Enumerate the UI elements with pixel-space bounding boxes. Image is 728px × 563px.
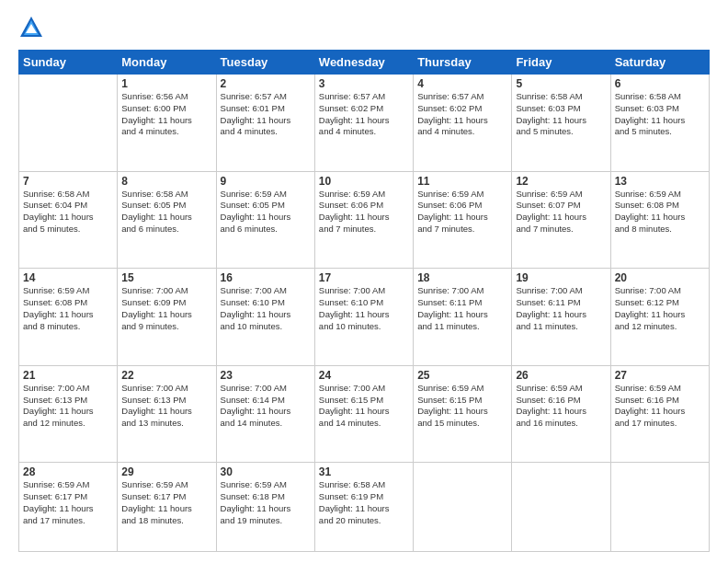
day-info: Sunrise: 6:58 AM Sunset: 6:05 PM Dayligh… <box>121 189 211 236</box>
day-number: 10 <box>319 175 409 188</box>
day-info: Sunrise: 6:59 AM Sunset: 6:17 PM Dayligh… <box>121 479 211 526</box>
day-number: 29 <box>121 465 211 478</box>
calendar-cell: 18Sunrise: 7:00 AM Sunset: 6:11 PM Dayli… <box>414 269 512 366</box>
day-info: Sunrise: 7:00 AM Sunset: 6:11 PM Dayligh… <box>417 285 507 332</box>
day-info: Sunrise: 6:59 AM Sunset: 6:06 PM Dayligh… <box>319 189 409 236</box>
calendar-cell: 2Sunrise: 6:57 AM Sunset: 6:01 PM Daylig… <box>216 75 314 172</box>
day-info: Sunrise: 6:57 AM Sunset: 6:02 PM Dayligh… <box>319 91 409 138</box>
day-number: 1 <box>121 77 211 90</box>
day-number: 27 <box>615 369 705 382</box>
calendar-table: SundayMondayTuesdayWednesdayThursdayFrid… <box>18 50 710 552</box>
day-info: Sunrise: 6:59 AM Sunset: 6:05 PM Dayligh… <box>221 189 311 236</box>
day-number: 13 <box>615 175 705 188</box>
day-info: Sunrise: 7:00 AM Sunset: 6:09 PM Dayligh… <box>121 285 211 332</box>
day-number: 22 <box>121 369 211 382</box>
weekday-header: Wednesday <box>314 51 413 75</box>
day-info: Sunrise: 6:59 AM Sunset: 6:17 PM Dayligh… <box>23 479 113 526</box>
day-number: 28 <box>23 465 113 478</box>
day-number: 4 <box>417 77 507 90</box>
calendar-week-row: 1Sunrise: 6:56 AM Sunset: 6:00 PM Daylig… <box>19 75 710 172</box>
calendar-header: SundayMondayTuesdayWednesdayThursdayFrid… <box>19 51 710 75</box>
day-number: 23 <box>221 369 311 382</box>
day-info: Sunrise: 6:58 AM Sunset: 6:03 PM Dayligh… <box>615 91 705 138</box>
calendar-cell <box>19 75 118 172</box>
day-number: 20 <box>615 271 705 284</box>
calendar-cell: 22Sunrise: 7:00 AM Sunset: 6:13 PM Dayli… <box>118 365 216 463</box>
day-info: Sunrise: 6:57 AM Sunset: 6:01 PM Dayligh… <box>221 91 311 138</box>
day-info: Sunrise: 6:58 AM Sunset: 6:04 PM Dayligh… <box>23 189 113 236</box>
day-number: 11 <box>417 175 507 188</box>
weekday-header: Thursday <box>414 51 512 75</box>
weekday-header: Monday <box>118 51 216 75</box>
day-info: Sunrise: 6:56 AM Sunset: 6:00 PM Dayligh… <box>121 91 211 138</box>
day-number: 25 <box>417 369 507 382</box>
day-number: 15 <box>121 271 211 284</box>
calendar-week-row: 7Sunrise: 6:58 AM Sunset: 6:04 PM Daylig… <box>19 171 710 269</box>
logo <box>18 15 48 40</box>
day-info: Sunrise: 7:00 AM Sunset: 6:13 PM Dayligh… <box>23 383 113 430</box>
weekday-header: Sunday <box>19 51 118 75</box>
calendar-cell: 12Sunrise: 6:59 AM Sunset: 6:07 PM Dayli… <box>512 171 610 269</box>
calendar-cell: 8Sunrise: 6:58 AM Sunset: 6:05 PM Daylig… <box>118 171 216 269</box>
day-info: Sunrise: 6:58 AM Sunset: 6:19 PM Dayligh… <box>319 479 409 526</box>
weekday-row: SundayMondayTuesdayWednesdayThursdayFrid… <box>19 51 710 75</box>
calendar-body: 1Sunrise: 6:56 AM Sunset: 6:00 PM Daylig… <box>19 75 710 552</box>
calendar-cell: 10Sunrise: 6:59 AM Sunset: 6:06 PM Dayli… <box>314 171 413 269</box>
day-number: 3 <box>319 77 409 90</box>
day-number: 18 <box>417 271 507 284</box>
day-info: Sunrise: 7:00 AM Sunset: 6:13 PM Dayligh… <box>121 383 211 430</box>
calendar-cell: 23Sunrise: 7:00 AM Sunset: 6:14 PM Dayli… <box>216 365 314 463</box>
day-number: 2 <box>221 77 311 90</box>
calendar-cell: 6Sunrise: 6:58 AM Sunset: 6:03 PM Daylig… <box>610 75 709 172</box>
day-info: Sunrise: 6:57 AM Sunset: 6:02 PM Dayligh… <box>417 91 507 138</box>
calendar-cell: 7Sunrise: 6:58 AM Sunset: 6:04 PM Daylig… <box>19 171 118 269</box>
day-info: Sunrise: 6:59 AM Sunset: 6:07 PM Dayligh… <box>516 189 606 236</box>
day-info: Sunrise: 6:58 AM Sunset: 6:03 PM Dayligh… <box>516 91 606 138</box>
calendar-cell <box>414 463 512 552</box>
page: SundayMondayTuesdayWednesdayThursdayFrid… <box>0 0 728 563</box>
calendar-cell: 11Sunrise: 6:59 AM Sunset: 6:06 PM Dayli… <box>414 171 512 269</box>
logo-icon <box>18 15 44 40</box>
day-info: Sunrise: 6:59 AM Sunset: 6:08 PM Dayligh… <box>23 285 113 332</box>
day-info: Sunrise: 6:59 AM Sunset: 6:15 PM Dayligh… <box>417 383 507 430</box>
calendar-week-row: 14Sunrise: 6:59 AM Sunset: 6:08 PM Dayli… <box>19 269 710 366</box>
calendar-cell: 9Sunrise: 6:59 AM Sunset: 6:05 PM Daylig… <box>216 171 314 269</box>
calendar-cell: 30Sunrise: 6:59 AM Sunset: 6:18 PM Dayli… <box>216 463 314 552</box>
calendar-cell: 16Sunrise: 7:00 AM Sunset: 6:10 PM Dayli… <box>216 269 314 366</box>
calendar-cell: 4Sunrise: 6:57 AM Sunset: 6:02 PM Daylig… <box>414 75 512 172</box>
calendar-cell: 26Sunrise: 6:59 AM Sunset: 6:16 PM Dayli… <box>512 365 610 463</box>
calendar-cell: 5Sunrise: 6:58 AM Sunset: 6:03 PM Daylig… <box>512 75 610 172</box>
day-number: 26 <box>516 369 606 382</box>
calendar-week-row: 28Sunrise: 6:59 AM Sunset: 6:17 PM Dayli… <box>19 463 710 552</box>
day-number: 9 <box>221 175 311 188</box>
calendar-cell: 29Sunrise: 6:59 AM Sunset: 6:17 PM Dayli… <box>118 463 216 552</box>
calendar-cell: 27Sunrise: 6:59 AM Sunset: 6:16 PM Dayli… <box>610 365 709 463</box>
calendar-cell <box>512 463 610 552</box>
calendar-cell: 15Sunrise: 7:00 AM Sunset: 6:09 PM Dayli… <box>118 269 216 366</box>
day-info: Sunrise: 6:59 AM Sunset: 6:06 PM Dayligh… <box>417 189 507 236</box>
calendar-cell <box>610 463 709 552</box>
calendar-cell: 24Sunrise: 7:00 AM Sunset: 6:15 PM Dayli… <box>314 365 413 463</box>
day-number: 19 <box>516 271 606 284</box>
weekday-header: Tuesday <box>216 51 314 75</box>
calendar-cell: 31Sunrise: 6:58 AM Sunset: 6:19 PM Dayli… <box>314 463 413 552</box>
calendar-week-row: 21Sunrise: 7:00 AM Sunset: 6:13 PM Dayli… <box>19 365 710 463</box>
day-number: 30 <box>221 465 311 478</box>
day-number: 21 <box>23 369 113 382</box>
day-info: Sunrise: 6:59 AM Sunset: 6:16 PM Dayligh… <box>516 383 606 430</box>
day-info: Sunrise: 7:00 AM Sunset: 6:10 PM Dayligh… <box>319 285 409 332</box>
day-number: 14 <box>23 271 113 284</box>
day-info: Sunrise: 6:59 AM Sunset: 6:18 PM Dayligh… <box>221 479 311 526</box>
day-number: 12 <box>516 175 606 188</box>
day-number: 16 <box>221 271 311 284</box>
calendar-cell: 28Sunrise: 6:59 AM Sunset: 6:17 PM Dayli… <box>19 463 118 552</box>
calendar-cell: 1Sunrise: 6:56 AM Sunset: 6:00 PM Daylig… <box>118 75 216 172</box>
day-info: Sunrise: 7:00 AM Sunset: 6:10 PM Dayligh… <box>221 285 311 332</box>
calendar-cell: 3Sunrise: 6:57 AM Sunset: 6:02 PM Daylig… <box>314 75 413 172</box>
day-number: 24 <box>319 369 409 382</box>
weekday-header: Saturday <box>610 51 709 75</box>
calendar-cell: 25Sunrise: 6:59 AM Sunset: 6:15 PM Dayli… <box>414 365 512 463</box>
calendar-cell: 19Sunrise: 7:00 AM Sunset: 6:11 PM Dayli… <box>512 269 610 366</box>
calendar-cell: 14Sunrise: 6:59 AM Sunset: 6:08 PM Dayli… <box>19 269 118 366</box>
day-number: 17 <box>319 271 409 284</box>
